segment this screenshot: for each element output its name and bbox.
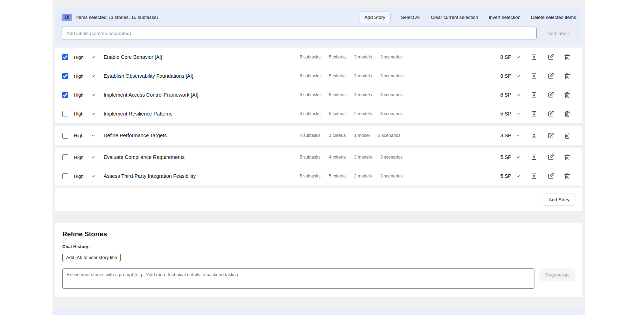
story-checkbox[interactable]: [62, 111, 68, 117]
chevron-down-icon: [91, 111, 96, 117]
chevron-down-icon: [91, 133, 96, 138]
story-row: High Implement Access Control Framework …: [55, 85, 582, 104]
story-meta: 4 subtasks 5 criteria 2 models 3 scenari…: [300, 111, 402, 116]
delete-story-button[interactable]: [564, 111, 570, 117]
story-meta: 5 subtasks 4 criteria 3 models 3 scenari…: [300, 155, 402, 160]
add-story-button-top[interactable]: Add Story: [359, 12, 390, 23]
criteria-count: 5 criteria: [329, 55, 346, 59]
expand-story-button[interactable]: [531, 91, 538, 98]
scenarios-count: 3 scenarios: [380, 174, 402, 178]
story-points-select[interactable]: 8 SP: [500, 54, 521, 60]
delete-story-button[interactable]: [564, 154, 570, 161]
main-content-column: 18 items selected, (3 stories, 15 subtas…: [52, 0, 585, 315]
story-checkbox[interactable]: [62, 92, 68, 98]
delete-story-button[interactable]: [564, 73, 570, 79]
expand-story-button[interactable]: [531, 72, 538, 79]
priority-select[interactable]: High: [74, 155, 96, 160]
regenerate-button[interactable]: Regenerate: [539, 268, 575, 281]
priority-select[interactable]: High: [74, 74, 96, 79]
models-count: 3 models: [354, 155, 372, 160]
chevron-down-icon: [516, 133, 521, 138]
expand-story-button[interactable]: [531, 110, 538, 117]
expand-story-button[interactable]: [531, 132, 538, 139]
expand-story-button[interactable]: [531, 54, 538, 61]
scenarios-count: 3 scenarios: [380, 55, 402, 59]
priority-select[interactable]: High: [74, 111, 96, 117]
story-group: High Evaluate Compliance Requirements 5 …: [55, 148, 582, 186]
chevron-down-icon: [91, 174, 96, 179]
priority-label: High: [74, 74, 89, 79]
refine-prompt-input[interactable]: [62, 268, 534, 289]
edit-icon: [547, 92, 554, 98]
criteria-count: 5 criteria: [329, 92, 346, 97]
edit-icon: [547, 54, 554, 61]
story-points: 8 SP: [500, 92, 511, 98]
story-checkbox[interactable]: [62, 173, 68, 179]
edit-story-button[interactable]: [547, 92, 554, 98]
story-meta: 5 subtasks 5 criteria 3 models 3 scenari…: [300, 74, 402, 78]
priority-select[interactable]: High: [74, 174, 96, 179]
story-checkbox[interactable]: [62, 73, 68, 79]
priority-select[interactable]: High: [74, 92, 96, 98]
story-title: Assess Third-Party Integration Feasibili…: [104, 173, 300, 179]
story-points-select[interactable]: 8 SP: [500, 73, 521, 79]
story-points-select[interactable]: 3 SP: [500, 133, 521, 138]
edit-icon: [547, 154, 554, 161]
criteria-count: 3 criteria: [329, 133, 346, 138]
chevron-down-icon: [91, 74, 96, 79]
priority-label: High: [74, 174, 89, 179]
delete-selected-button[interactable]: Delete selected items: [531, 15, 576, 20]
story-meta: 5 subtasks 5 criteria 3 models 3 scenari…: [300, 92, 402, 97]
chat-history-item: Add [AI] to user story title: [62, 253, 121, 262]
delete-story-button[interactable]: [564, 132, 570, 139]
priority-label: High: [74, 111, 89, 117]
story-points-select[interactable]: 5 SP: [500, 154, 521, 160]
add-story-button-bottom[interactable]: Add Story: [543, 194, 575, 206]
delete-story-button[interactable]: [564, 92, 570, 98]
edit-icon: [547, 173, 554, 180]
expand-story-button[interactable]: [531, 154, 538, 161]
story-row: High Define Performance Targets 4 subtas…: [55, 126, 582, 145]
story-checkbox[interactable]: [62, 54, 68, 60]
priority-label: High: [74, 133, 89, 138]
delete-story-button[interactable]: [564, 173, 570, 180]
edit-story-button[interactable]: [547, 111, 554, 117]
unfold-vertical-icon: [531, 173, 538, 180]
add-labels-input[interactable]: [62, 27, 537, 40]
chevron-down-icon: [91, 155, 96, 160]
clear-selection-button[interactable]: Clear current selection: [431, 15, 478, 20]
refine-heading: Refine Stories: [62, 230, 575, 238]
story-points-select[interactable]: 5 SP: [500, 173, 521, 179]
edit-story-button[interactable]: [547, 54, 554, 61]
selection-summary: items selected, (3 stories, 15 subtasks): [76, 15, 158, 20]
trash-icon: [564, 154, 570, 161]
models-count: 2 models: [354, 174, 372, 178]
edit-story-button[interactable]: [547, 173, 554, 180]
story-points-select[interactable]: 5 SP: [500, 111, 521, 117]
models-count: 3 models: [354, 74, 372, 78]
edit-icon: [547, 73, 554, 79]
edit-story-button[interactable]: [547, 73, 554, 79]
unfold-vertical-icon: [531, 110, 538, 117]
edit-icon: [547, 132, 554, 139]
trash-icon: [564, 73, 570, 79]
chevron-down-icon: [516, 92, 521, 98]
story-checkbox[interactable]: [62, 154, 68, 160]
refine-stories-section: Refine Stories Chat History: Add [AI] to…: [55, 223, 582, 297]
story-points: 8 SP: [500, 54, 511, 60]
story-checkbox[interactable]: [62, 133, 68, 139]
edit-story-button[interactable]: [547, 154, 554, 161]
invert-selection-button[interactable]: Invert selection: [489, 15, 520, 20]
scenarios-count: 3 scenarios: [380, 74, 402, 78]
edit-story-button[interactable]: [547, 132, 554, 139]
add-labels-button[interactable]: Add labels: [541, 27, 576, 40]
chevron-down-icon: [91, 92, 96, 98]
story-points-select[interactable]: 8 SP: [500, 92, 521, 98]
subtasks-count: 4 subtasks: [300, 111, 321, 116]
priority-select[interactable]: High: [74, 133, 96, 138]
select-all-button[interactable]: Select All: [401, 15, 421, 20]
delete-story-button[interactable]: [564, 54, 570, 61]
story-title: Define Performance Targets: [104, 133, 300, 138]
priority-select[interactable]: High: [74, 55, 96, 60]
expand-story-button[interactable]: [531, 173, 538, 180]
